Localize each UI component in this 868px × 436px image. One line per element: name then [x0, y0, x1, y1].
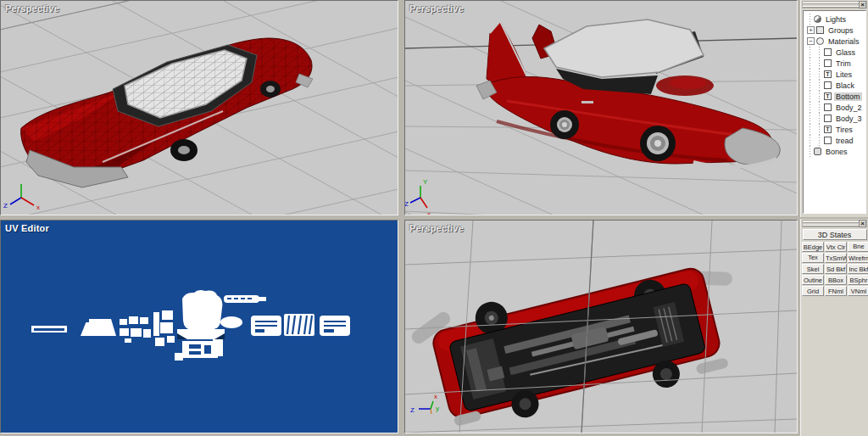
wireframe-button[interactable]: Wirefrme	[848, 253, 868, 263]
tree-guide	[810, 58, 810, 69]
viewport-perspective-bottom[interactable]: x y Z Perspective	[404, 220, 798, 433]
tree-guide	[810, 113, 810, 124]
outline-button[interactable]: Outine	[802, 275, 824, 285]
axis-y-label: Y	[423, 178, 428, 186]
axis-x-label: x	[427, 210, 431, 215]
material-swatch-icon	[824, 137, 832, 144]
scene-tree: Lights +Groups −Materials Glass Trim TLi…	[803, 10, 866, 214]
tree-guide	[810, 91, 810, 102]
axis-gizmo: Z x	[3, 184, 40, 211]
axis-y-label: y	[436, 405, 439, 412]
tree-item-label: Body_2	[834, 103, 864, 112]
close-icon[interactable]: ×	[859, 1, 866, 8]
tree-guide	[819, 80, 820, 91]
car-model-shaded	[476, 20, 780, 167]
tree-item-materials[interactable]: −Materials	[807, 36, 865, 47]
tree-guide	[819, 113, 820, 124]
tree-item-label: Bones	[824, 148, 849, 156]
car-model-wireframe	[1, 1, 398, 215]
app-window: Z x Perspective	[0, 0, 868, 436]
bne-clr-button[interactable]: Bne Clr	[848, 242, 868, 252]
bsphr-button[interactable]: BSphr	[848, 275, 868, 285]
vnml-button[interactable]: VNml	[848, 286, 868, 296]
light-icon	[814, 15, 821, 23]
scene-tree-panel: × Lights +Groups −Materials Glass Trim T…	[800, 0, 868, 217]
material-swatch-icon	[824, 81, 832, 89]
tree-guide	[810, 80, 810, 91]
states-title-button[interactable]: 3D States	[803, 229, 867, 240]
tree-item-lights[interactable]: Lights	[807, 14, 865, 25]
tree-item-body-2[interactable]: Body_2	[807, 102, 865, 113]
tree-item-label: Black	[834, 81, 856, 90]
skel-button[interactable]: Skel	[802, 264, 824, 274]
uv-canvas	[1, 221, 398, 433]
tree-guide	[819, 135, 820, 146]
uv-editor-viewport[interactable]: UV Editor	[0, 220, 398, 433]
tree-guide	[819, 91, 820, 102]
axis-z-label: Z	[410, 406, 415, 414]
panel-grip[interactable]: ×	[802, 1, 867, 8]
txsmwi-button[interactable]: TxSmWi	[825, 253, 847, 263]
viewport-perspective-rear[interactable]: Z x Perspective	[0, 0, 398, 215]
sd-bkf-button[interactable]: Sd Bkf	[825, 264, 847, 274]
expand-icon[interactable]: +	[807, 26, 815, 34]
tree-item-black[interactable]: Black	[807, 80, 865, 91]
tree-item-label: Lites	[834, 70, 854, 79]
tree-item-label: tread	[834, 137, 855, 145]
inc-bkf-button[interactable]: Inc Bkf	[848, 264, 868, 274]
tree-guide	[819, 102, 820, 113]
vtx-clr-button[interactable]: Vtx Clr	[825, 242, 847, 252]
tree-item-label: Groups	[826, 26, 855, 35]
axis-x-label: x	[36, 204, 40, 211]
material-swatch-icon: T	[824, 92, 832, 100]
material-swatch-icon	[824, 115, 832, 122]
tree-item-glass[interactable]: Glass	[807, 47, 865, 58]
tree-item-trim[interactable]: Trim	[807, 58, 865, 69]
axis-z-label: Z	[3, 202, 8, 210]
material-icon	[816, 37, 824, 45]
tree-item-lites[interactable]: TLites	[807, 69, 865, 80]
fnml-button[interactable]: FNml	[825, 286, 847, 296]
tree-guide	[810, 146, 810, 157]
tree-guide	[810, 102, 810, 113]
material-swatch-icon	[824, 103, 832, 111]
axis-gizmo: x y Z	[410, 393, 439, 414]
material-swatch-icon: T	[824, 70, 832, 78]
tree-guide	[819, 58, 820, 69]
tree-guide	[810, 135, 810, 146]
axis-gizmo: Y Z x	[405, 178, 431, 215]
states-button-grid: BEdge Vtx Clr Bne Clr Tex Sm TxSmWi Wire…	[801, 241, 868, 296]
axis-x-label: x	[434, 393, 437, 400]
panel-grip[interactable]: ×	[802, 220, 867, 227]
tree-guide	[810, 14, 810, 25]
axis-z-label: Z	[405, 200, 409, 208]
tree-item-tires[interactable]: TTires	[807, 124, 865, 135]
tree-item-label: Materials	[826, 37, 861, 46]
tex-sm-button[interactable]: Tex Sm	[802, 253, 824, 263]
bones-icon	[814, 148, 821, 155]
material-swatch-icon	[824, 48, 832, 56]
tree-item-label: Bottom	[834, 92, 862, 101]
bedge-button[interactable]: BEdge	[802, 242, 824, 252]
close-icon[interactable]: ×	[859, 220, 866, 227]
tree-item-label: Trim	[834, 59, 853, 68]
material-swatch-icon	[824, 59, 832, 67]
tree-item-groups[interactable]: +Groups	[807, 25, 865, 36]
tree-item-label: Lights	[824, 15, 848, 24]
tree-item-body-3[interactable]: Body_3	[807, 113, 865, 124]
tree-item-tread[interactable]: tread	[807, 135, 865, 146]
tree-guide	[810, 69, 810, 80]
tree-item-bottom[interactable]: TBottom	[807, 91, 865, 102]
grid-button[interactable]: Grid	[802, 286, 824, 296]
group-icon	[816, 26, 824, 34]
tree-guide	[819, 124, 820, 135]
viewport-label: UV Editor	[5, 223, 49, 233]
viewport-perspective-front[interactable]: Y Z x Perspective	[404, 0, 798, 215]
bbox-button[interactable]: BBox	[825, 275, 847, 285]
viewport-label: Perspective	[409, 223, 464, 233]
viewport-label: Perspective	[5, 3, 59, 14]
tree-item-label: Body_3	[834, 115, 864, 123]
collapse-icon[interactable]: −	[807, 37, 815, 45]
side-panels: × Lights +Groups −Materials Glass Trim T…	[800, 0, 868, 436]
tree-item-bones[interactable]: Bones	[807, 146, 865, 157]
